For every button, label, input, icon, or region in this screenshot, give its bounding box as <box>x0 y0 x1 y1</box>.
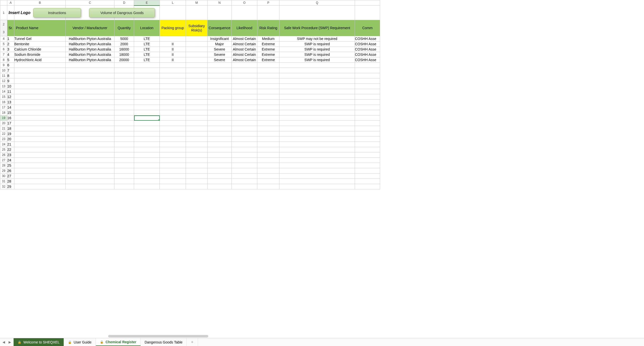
cell[interactable] <box>160 115 186 121</box>
cell[interactable] <box>160 158 186 163</box>
cell[interactable] <box>134 73 160 78</box>
cell[interactable] <box>208 168 232 174</box>
cell[interactable] <box>66 152 114 158</box>
cell[interactable] <box>208 163 232 168</box>
row-header[interactable]: 27 <box>0 158 7 163</box>
cell-sr[interactable]: 13 <box>7 100 14 105</box>
cell-sr[interactable]: 10 <box>7 84 14 89</box>
cell[interactable] <box>160 105 186 110</box>
cell-sr[interactable]: 18 <box>7 126 14 131</box>
cell-comm[interactable]: COSHH Asse <box>355 41 380 47</box>
cell[interactable] <box>208 105 232 110</box>
cell-consequence[interactable]: Severe <box>208 52 232 57</box>
cell-subsidiary-risk[interactable] <box>186 52 208 57</box>
cell[interactable] <box>114 68 134 73</box>
cell[interactable] <box>160 174 186 179</box>
cell-packing-group[interactable]: II <box>160 57 186 63</box>
cell-consequence[interactable]: Insignificant <box>208 36 232 41</box>
cell[interactable] <box>134 142 160 147</box>
cell[interactable] <box>186 179 208 184</box>
cell-product[interactable]: Bentonite <box>14 41 66 47</box>
cell-sr[interactable]: 11 <box>7 89 14 94</box>
cell[interactable] <box>160 142 186 147</box>
cell[interactable] <box>355 63 380 68</box>
cell-location[interactable]: LTE <box>134 47 160 52</box>
cell-risk-rating[interactable]: Extreme <box>257 52 279 57</box>
col-header-L[interactable]: L <box>160 0 186 6</box>
cell[interactable] <box>14 152 66 158</box>
cell-vendor[interactable]: Halliburton Ptyton Australia <box>66 36 114 41</box>
cell-product[interactable]: Hydrochloric Acid <box>14 57 66 63</box>
cell[interactable] <box>257 94 279 100</box>
cell[interactable] <box>66 78 114 84</box>
cell[interactable] <box>160 131 186 137</box>
cell[interactable] <box>208 115 232 121</box>
cell[interactable] <box>66 63 114 68</box>
cell[interactable] <box>114 158 134 163</box>
row-header[interactable]: 12 <box>0 78 7 84</box>
cell[interactable] <box>114 184 134 189</box>
cell[interactable] <box>66 100 114 105</box>
row-header[interactable]: 21 <box>0 126 7 131</box>
cell[interactable] <box>114 100 134 105</box>
cell[interactable] <box>186 121 208 126</box>
col-header-R[interactable] <box>355 0 380 6</box>
cell[interactable] <box>114 137 134 142</box>
cell[interactable] <box>355 168 380 174</box>
cell[interactable] <box>232 89 257 94</box>
cell[interactable] <box>257 174 279 179</box>
cell[interactable] <box>186 147 208 152</box>
cell-sr[interactable]: 17 <box>7 121 14 126</box>
cell[interactable] <box>355 152 380 158</box>
cell[interactable] <box>186 152 208 158</box>
tab-welcome[interactable]: 🔒 Welcome to SHEQXEL <box>14 338 64 346</box>
cell-sr[interactable]: 4 <box>7 52 14 57</box>
cell[interactable] <box>186 184 208 189</box>
cell-sr[interactable]: 7 <box>7 68 14 73</box>
cell[interactable] <box>160 94 186 100</box>
cell-comm[interactable]: COSHH Asse <box>355 47 380 52</box>
cell[interactable] <box>355 179 380 184</box>
cell[interactable] <box>14 110 66 115</box>
cell[interactable] <box>14 94 66 100</box>
cell-subsidiary-risk[interactable] <box>186 47 208 52</box>
row-header[interactable]: 10 <box>0 68 7 73</box>
cell[interactable] <box>257 105 279 110</box>
cell[interactable] <box>14 142 66 147</box>
cell[interactable] <box>14 168 66 174</box>
tab-chemical-register[interactable]: 🔒 Chemical Register <box>96 338 141 346</box>
cell[interactable] <box>134 163 160 168</box>
cell[interactable] <box>134 105 160 110</box>
col-header-A[interactable]: A <box>7 0 14 6</box>
cell-swp[interactable]: SWP is required <box>279 57 355 63</box>
cell[interactable] <box>186 78 208 84</box>
cell[interactable] <box>66 174 114 179</box>
row-header[interactable]: 18 <box>0 110 7 115</box>
cell[interactable] <box>114 174 134 179</box>
cell[interactable] <box>14 73 66 78</box>
cell[interactable] <box>14 89 66 94</box>
cell-location[interactable]: LTE <box>134 36 160 41</box>
cell[interactable] <box>257 179 279 184</box>
cell[interactable] <box>257 63 279 68</box>
cell[interactable] <box>14 174 66 179</box>
cell-location[interactable]: LTE <box>134 52 160 57</box>
cell-sr[interactable]: 19 <box>7 131 14 137</box>
cell[interactable] <box>257 68 279 73</box>
cell[interactable] <box>14 147 66 152</box>
cell[interactable] <box>114 126 134 131</box>
col-header-N[interactable]: N <box>208 0 232 6</box>
cell[interactable] <box>14 184 66 189</box>
cell-sr[interactable]: 28 <box>7 179 14 184</box>
cell-subsidiary-risk[interactable] <box>186 36 208 41</box>
tab-next-icon[interactable]: ▶ <box>9 340 11 344</box>
cell[interactable] <box>134 179 160 184</box>
cell[interactable] <box>279 147 355 152</box>
cell[interactable] <box>232 142 257 147</box>
cell[interactable] <box>186 105 208 110</box>
cell[interactable] <box>279 174 355 179</box>
row-header[interactable]: 25 <box>0 147 7 152</box>
cell[interactable] <box>232 147 257 152</box>
cell[interactable] <box>114 89 134 94</box>
cell[interactable] <box>232 110 257 115</box>
